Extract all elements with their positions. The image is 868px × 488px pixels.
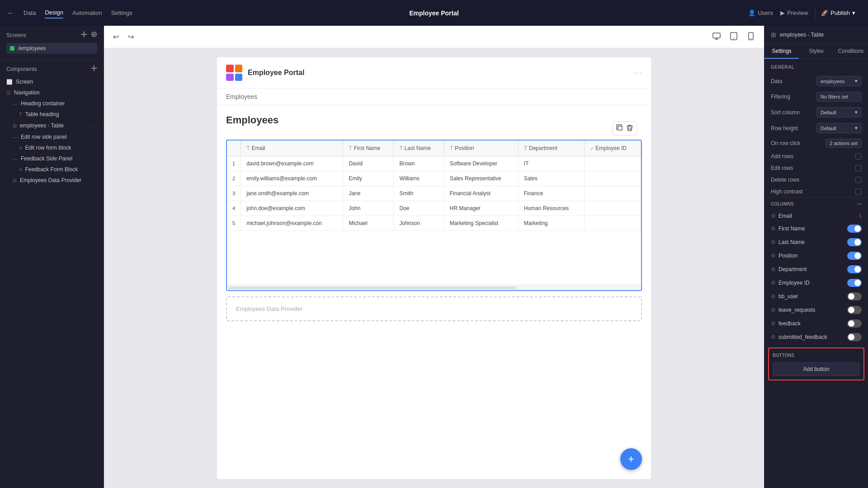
form-icon: ≡ — [19, 145, 22, 150]
tab-conditions[interactable]: Conditions — [834, 44, 868, 59]
leave-col-name: leave_requests — [778, 307, 844, 313]
bb-user-gear-icon[interactable]: ⚙ — [771, 293, 776, 300]
svg-rect-1 — [713, 33, 720, 38]
main-layout: Screens /employees Components ⬜ Scre — [0, 26, 868, 488]
table-row[interactable]: 5 michael.johnson@example.con Michael Jo… — [227, 216, 641, 231]
cell-employeeid — [585, 201, 641, 216]
right-panel-header: ⊞ employees - Table — [764, 26, 868, 44]
department-col-name: Department — [778, 266, 844, 272]
th-firstname: TFirst Name — [343, 141, 394, 156]
high-contrast-checkbox[interactable] — [855, 188, 862, 195]
users-button[interactable]: 👤 Users — [748, 9, 773, 16]
desktop-view-button[interactable] — [711, 30, 722, 44]
logo-sq-red — [226, 65, 234, 72]
comp-employees-table[interactable]: ⊞ employees - Table ··· — [0, 120, 104, 131]
nav-design[interactable]: Design — [45, 7, 63, 19]
table-row[interactable]: 2 emily.williams@example.com Emily Willi… — [227, 171, 641, 186]
edit-rows-checkbox[interactable] — [855, 165, 862, 171]
logo-sq-purple — [226, 74, 234, 81]
duplicate-table-button[interactable] — [616, 124, 623, 133]
cell-department: Human Resources — [518, 201, 585, 216]
tab-styles[interactable]: Styles — [799, 44, 833, 59]
add-component-button[interactable] — [91, 65, 97, 73]
email-info-icon[interactable]: ℹ — [859, 213, 862, 219]
tab-settings[interactable]: Settings — [764, 44, 799, 59]
table-scrollbar[interactable] — [227, 285, 641, 290]
comp-navigation[interactable]: ☰ Navigation — [0, 87, 104, 98]
nav-data[interactable]: Data — [24, 8, 36, 18]
leave-toggle[interactable] — [847, 306, 862, 314]
svg-point-5 — [750, 38, 751, 39]
table-row[interactable]: 4 john.doe@example.com John Doe HR Manag… — [227, 201, 641, 216]
lastname-toggle[interactable] — [847, 238, 862, 246]
tablet-view-button[interactable] — [728, 30, 740, 44]
toolbar-right — [711, 30, 757, 44]
add-button-btn[interactable]: Add button — [773, 362, 860, 376]
comp-feedback-form[interactable]: ≡ Feedback Form Block — [0, 164, 104, 175]
th-department: TDepartment — [518, 141, 585, 156]
nav-settings[interactable]: Settings — [111, 8, 132, 18]
on-row-click-badge[interactable]: 2 actions set — [826, 139, 862, 148]
comp-table-heading[interactable]: T Table heading — [0, 109, 104, 120]
app-header-dots[interactable]: ⋯ — [634, 68, 642, 78]
table-panel-icon: ⊞ — [771, 31, 776, 38]
right-panel: ⊞ employees - Table Settings Styles Cond… — [764, 26, 868, 488]
col-bb-user: ⚙ bb_user — [764, 290, 868, 303]
position-col-name: Position — [778, 253, 844, 259]
comp-data-provider[interactable]: ⊟ Employees Data Provider — [0, 175, 104, 186]
comp-heading-container[interactable]: — Heading container — [0, 98, 104, 109]
comp-edit-row-form[interactable]: ≡ Edit row form block — [0, 142, 104, 153]
columns-collapse-icon[interactable]: — — [857, 202, 862, 206]
email-gear-icon[interactable]: ⚙ — [771, 213, 776, 219]
preview-button[interactable]: ▶ Preview — [780, 9, 808, 16]
delete-rows-row: Delete rows — [764, 174, 868, 186]
employeeid-gear-icon[interactable]: ⚙ — [771, 280, 776, 286]
cell-lastname: Doe — [394, 201, 444, 216]
delete-rows-checkbox[interactable] — [855, 177, 862, 183]
columns-section-header: COLUMNS — — [764, 197, 868, 210]
row-num: 1 — [227, 156, 241, 171]
position-gear-icon[interactable]: ⚙ — [771, 253, 776, 259]
leave-gear-icon[interactable]: ⚙ — [771, 307, 776, 313]
comp-screen[interactable]: ⬜ Screen — [0, 76, 104, 87]
row-height-select[interactable]: Default ▾ — [816, 123, 862, 133]
fab-button[interactable]: + — [620, 448, 642, 470]
cell-position: Financial Analyst — [444, 186, 518, 201]
mobile-view-button[interactable] — [745, 30, 757, 44]
data-select[interactable]: employees ▾ — [816, 76, 862, 86]
lastname-gear-icon[interactable]: ⚙ — [771, 239, 776, 245]
department-gear-icon[interactable]: ⚙ — [771, 266, 776, 272]
add-screen-button[interactable] — [81, 31, 97, 39]
employeeid-toggle[interactable] — [847, 279, 862, 287]
bb-user-col-name: bb_user — [778, 293, 844, 300]
submitted-feedback-toggle[interactable] — [847, 333, 862, 341]
buttons-collapse-icon[interactable]: — — [854, 352, 860, 359]
table-more-button[interactable]: ··· — [92, 122, 97, 129]
filtering-select[interactable]: No filters set — [816, 92, 862, 102]
sort-column-select[interactable]: Default ▾ — [816, 107, 862, 117]
comp-edit-row-panel[interactable]: — Edit row side panel — [0, 131, 104, 142]
publish-button[interactable]: 🚀 Publish ▾ — [815, 7, 861, 19]
screen-item-employees[interactable]: /employees — [6, 43, 97, 54]
feedback-toggle[interactable] — [847, 319, 862, 328]
col-position: ⚙ Position — [764, 249, 868, 263]
table-action-bar — [612, 122, 637, 136]
comp-feedback-panel[interactable]: — Feedback Side Panel — [0, 153, 104, 164]
undo-button[interactable]: ↩ — [111, 31, 121, 43]
submitted-feedback-gear-icon[interactable]: ⚙ — [771, 334, 776, 340]
table-row[interactable]: 3 jane.smith@example.com Jane Smith Fina… — [227, 186, 641, 201]
nav-automation[interactable]: Automation — [72, 8, 102, 18]
cell-position: Sales Representative — [444, 171, 518, 186]
feedback-gear-icon[interactable]: ⚙ — [771, 320, 776, 327]
department-toggle[interactable] — [847, 265, 862, 273]
table-row[interactable]: 1 david.brown@example.com David Brown So… — [227, 156, 641, 171]
bb-user-toggle[interactable] — [847, 292, 862, 300]
redo-button[interactable]: ↪ — [126, 31, 136, 43]
col-leave-requests: ⚙ leave_requests — [764, 303, 868, 317]
delete-table-button[interactable] — [626, 124, 633, 133]
back-button[interactable]: ← — [7, 9, 14, 17]
add-rows-checkbox[interactable] — [855, 153, 862, 160]
firstname-toggle[interactable] — [847, 225, 862, 233]
position-toggle[interactable] — [847, 252, 862, 260]
firstname-gear-icon[interactable]: ⚙ — [771, 225, 776, 232]
